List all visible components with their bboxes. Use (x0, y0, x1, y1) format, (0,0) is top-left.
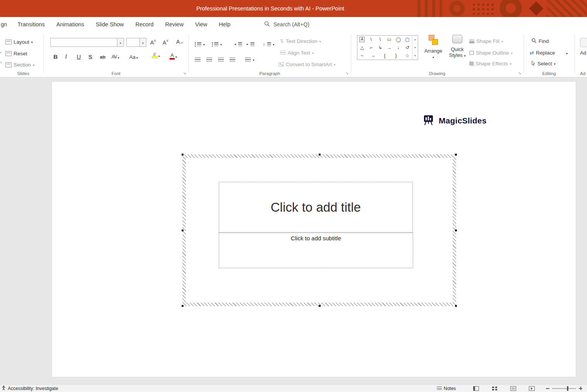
shape-fill-button[interactable]: Shape Fill (469, 36, 503, 46)
paragraph-dialog-launcher[interactable] (345, 71, 348, 75)
justify-button[interactable] (230, 55, 235, 64)
bold-button[interactable]: B (53, 53, 58, 60)
shapes-gallery-items: A \ \ ▭ ◯ ▢ △ ⌐ ↳ → ↓ ↺ (358, 36, 411, 60)
align-left-button[interactable] (195, 55, 201, 64)
shape-item-left-brace[interactable]: { (382, 53, 388, 58)
columns-button[interactable] (245, 55, 254, 64)
gallery-scroll-down-icon[interactable] (412, 44, 418, 52)
layout-button[interactable]: Layout (5, 37, 33, 46)
line-spacing-button[interactable]: ↕ (263, 39, 275, 49)
resize-handle[interactable] (182, 229, 184, 231)
decrease-font-size-button[interactable]: A (163, 39, 168, 46)
view-slide-sorter-button[interactable] (492, 386, 498, 391)
gallery-more-icon[interactable] (412, 52, 418, 60)
text-direction-button[interactable]: ⇅ Text Direction (280, 36, 321, 46)
view-reading-button[interactable] (510, 386, 516, 391)
underline-button[interactable]: U (77, 53, 81, 60)
shape-item-rounded-rectangle[interactable]: ▢ (405, 37, 410, 42)
subtitle-placeholder[interactable]: Click to add subtitle (219, 233, 413, 268)
align-text-button[interactable]: Align Text (280, 48, 314, 57)
view-normal-button[interactable] (473, 386, 479, 391)
tab-transitions[interactable]: Transitions (12, 21, 50, 27)
resize-handle[interactable] (182, 305, 184, 307)
magicslides-logo[interactable]: MagicSlides (423, 114, 487, 127)
tab-review[interactable]: Review (160, 21, 190, 27)
tab-design-partial[interactable]: gn (0, 21, 12, 27)
notes-button[interactable]: Notes (437, 385, 456, 392)
bullets-button[interactable] (195, 39, 205, 49)
tab-view[interactable]: View (189, 21, 213, 27)
arrange-button[interactable]: Arrange (422, 35, 445, 60)
shape-item-arrow-line[interactable]: \ (378, 37, 383, 42)
group-slides: Layout Reset Section Slides (3, 32, 43, 77)
shape-outline-button[interactable]: Shape Outline (469, 48, 513, 57)
shape-item-right-arrow[interactable]: → (386, 45, 392, 50)
font-color-button[interactable]: A (170, 53, 177, 60)
shape-item-elbow-arrow[interactable]: ↳ (378, 45, 383, 50)
shape-item-down-arrow[interactable]: ↓ (396, 45, 401, 50)
clear-formatting-button[interactable]: A (176, 39, 183, 45)
shape-item-right-brace[interactable]: } (393, 53, 399, 58)
search[interactable]: Search (Alt+Q) (264, 17, 309, 32)
shape-item-triangle[interactable]: △ (359, 45, 365, 50)
replace-dropdown-icon[interactable] (566, 50, 568, 55)
zoom-slider-thumb[interactable] (567, 386, 568, 391)
shape-item-line[interactable]: \ (368, 37, 374, 42)
shape-item-scribble[interactable]: ~ (359, 53, 365, 58)
align-center-button[interactable] (206, 55, 212, 64)
shape-item-oval[interactable]: ◯ (396, 37, 401, 42)
shape-item-elbow-connector[interactable]: ⌐ (368, 45, 374, 50)
view-slideshow-button[interactable] (529, 386, 535, 391)
change-case-button[interactable]: Aa (129, 54, 138, 60)
accessibility-label: Accessibility: Investigate (8, 386, 58, 391)
resize-handle[interactable] (319, 154, 321, 156)
slide-canvas[interactable]: MagicSlides Click to add title Click to … (51, 81, 576, 377)
resize-handle[interactable] (455, 229, 457, 231)
character-spacing-button[interactable]: AV (112, 54, 119, 60)
reset-button[interactable]: Reset (5, 49, 27, 58)
increase-indent-button[interactable]: ▸ (247, 39, 254, 49)
zoom-in-button[interactable] (579, 387, 582, 390)
resize-handle[interactable] (455, 154, 457, 156)
decrease-indent-button[interactable]: ◂ (234, 39, 242, 49)
text-shadow-button[interactable]: S (88, 53, 92, 60)
find-icon (531, 38, 537, 45)
font-dialog-launcher[interactable] (183, 71, 186, 75)
find-button[interactable]: Find (531, 36, 549, 46)
select-button[interactable]: Select (531, 59, 556, 68)
resize-handle[interactable] (319, 305, 321, 307)
zoom-out-button[interactable] (546, 388, 549, 389)
quick-styles-button[interactable]: Quick Styles (446, 35, 469, 58)
accessibility-button[interactable]: Accessibility: Investigate (2, 385, 58, 392)
strikethrough-button[interactable]: ab (100, 54, 105, 60)
gallery-scroll-up-icon[interactable] (412, 36, 418, 44)
zoom-slider[interactable] (552, 388, 576, 389)
increase-font-size-button[interactable]: A (150, 39, 156, 46)
shape-item-circular-arrow[interactable]: ↺ (405, 45, 410, 50)
resize-handle[interactable] (455, 305, 457, 307)
italic-button[interactable]: I (65, 53, 67, 60)
font-size-combobox[interactable] (126, 38, 146, 47)
shape-item-star[interactable]: ☆ (405, 53, 410, 58)
align-right-button[interactable] (218, 55, 224, 64)
shape-item-curve[interactable]: ⌣ (371, 53, 376, 58)
section-button[interactable]: Section (5, 60, 34, 69)
resize-handle[interactable] (182, 154, 184, 156)
tab-animations[interactable]: Animations (51, 21, 90, 27)
convert-smartart-button[interactable]: Convert to SmartArt (278, 60, 335, 69)
replace-button[interactable]: ⇄ Replace (530, 48, 555, 57)
font-name-combobox[interactable] (50, 38, 124, 47)
shape-item-textbox[interactable]: A (359, 37, 365, 42)
chevron-down-icon (175, 54, 177, 59)
numbering-button[interactable] (212, 39, 222, 49)
tab-record[interactable]: Record (130, 21, 160, 27)
tab-help[interactable]: Help (213, 21, 236, 27)
drawing-dialog-launcher[interactable] (518, 71, 521, 75)
shape-effects-button[interactable]: Shape Effects (469, 59, 511, 68)
shape-item-rectangle[interactable]: ▭ (386, 37, 392, 42)
title-placeholder[interactable]: Click to add title (219, 182, 413, 233)
addins-button[interactable]: Ad (580, 38, 587, 56)
tab-slide-show[interactable]: Slide Show (90, 21, 130, 27)
text-highlight-button[interactable] (152, 53, 160, 58)
selection-frame[interactable]: Click to add title Click to add subtitle (182, 154, 456, 306)
